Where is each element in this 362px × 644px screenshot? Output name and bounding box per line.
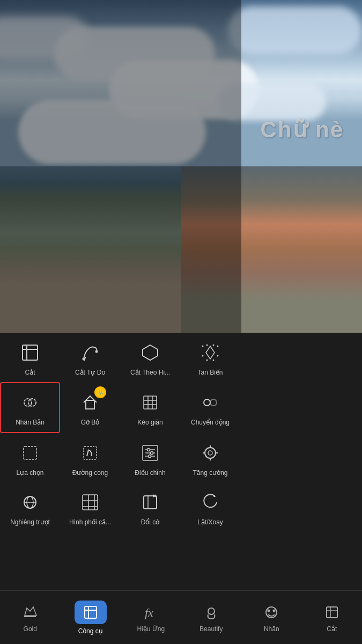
- svg-rect-50: [144, 496, 157, 509]
- svg-point-14: [213, 360, 215, 361]
- tool-item-nhan-ban[interactable]: Nhân Bản: [0, 382, 60, 433]
- svg-point-9: [202, 346, 204, 347]
- photo-container: Chữ nè: [0, 0, 362, 333]
- watermark-text: Chữ nè: [261, 116, 344, 143]
- tool-label-keo-gian: Kéo giãn: [137, 419, 162, 426]
- tool-item-cat-tu-do[interactable]: Cắt Tự Do: [60, 333, 120, 382]
- tool-label-duong-cong: Đường cong: [72, 469, 108, 477]
- svg-point-36: [205, 448, 216, 458]
- svg-point-34: [151, 451, 153, 454]
- tool-icon-dieu-chinh: [138, 441, 162, 465]
- svg-point-58: [208, 608, 215, 614]
- tool-icon-cat-tu-do: [78, 341, 102, 364]
- nav-icon-gold: [20, 603, 40, 622]
- svg-point-61: [273, 609, 276, 612]
- svg-point-60: [268, 609, 270, 612]
- tool-label-lua-chon: Lựa chọn: [16, 469, 43, 477]
- tool-grid: CắtCắt Tự DoCắt Theo Hi...Tan BiếnNhân B…: [0, 333, 241, 532]
- nav-item-cong-cu[interactable]: Công cụ: [61, 596, 121, 639]
- svg-point-33: [147, 448, 150, 451]
- tool-item-lua-chon[interactable]: Lựa chọn: [0, 433, 60, 482]
- svg-marker-6: [143, 345, 158, 360]
- tool-item-nghieng-truot[interactable]: Nghiêng trượt: [0, 482, 60, 532]
- nav-item-cat-nav[interactable]: Cắt: [302, 598, 363, 637]
- tool-item-doi-co[interactable]: Đổi cờ: [120, 482, 180, 532]
- tool-label-nghieng-truot: Nghiêng trượt: [10, 518, 50, 526]
- tool-item-keo-gian[interactable]: Kéo giãn: [120, 382, 180, 433]
- svg-point-25: [210, 399, 217, 406]
- tool-label-chuyen-dong: Chuyển động: [191, 419, 230, 426]
- tool-icon-tang-cuong: [198, 441, 222, 465]
- nav-icon-beautify: [202, 603, 221, 622]
- tool-icon-duong-cong: [78, 441, 102, 465]
- tool-label-tan-bien: Tan Biến: [197, 369, 223, 376]
- tool-label-lat-xoay: Lật/Xoay: [197, 518, 223, 526]
- nav-label-gold: Gold: [24, 625, 37, 633]
- tool-item-dieu-chinh[interactable]: Điều chỉnh: [120, 433, 180, 482]
- tool-label-hinh-phoi: Hình phối cả...: [69, 518, 111, 526]
- tool-label-tang-cuong: Tăng cường: [193, 469, 227, 477]
- nav-icon-cong-cu: [81, 603, 100, 622]
- svg-point-16: [202, 355, 204, 357]
- tool-label-cat-theo-hinh: Cắt Theo Hi...: [130, 369, 170, 376]
- svg-rect-19: [144, 396, 157, 409]
- tool-item-go-bo[interactable]: 👑Gỡ Bỏ: [60, 382, 120, 433]
- svg-text:fx: fx: [145, 606, 153, 619]
- tool-icon-doi-co: [138, 491, 162, 514]
- premium-badge: 👑: [94, 386, 106, 398]
- tool-label-nhan-ban: Nhân Bản: [16, 419, 45, 426]
- nav-icon-wrapper-gold: [20, 603, 40, 622]
- nav-icon-wrapper-hieu-ung: fx: [141, 603, 160, 622]
- svg-point-13: [217, 355, 219, 357]
- nav-item-hieu-ung[interactable]: fxHiệu Ứng: [121, 598, 181, 637]
- bottom-panel: CắtCắt Tự DoCắt Theo Hi...Tan BiếnNhân B…: [0, 333, 362, 644]
- tool-icon-nhan-ban: [18, 391, 42, 414]
- tool-icon-cat: [18, 341, 42, 364]
- nav-label-beautify: Beautify: [200, 625, 223, 633]
- tool-item-hinh-phoi[interactable]: Hình phối cả...: [60, 482, 120, 532]
- tool-item-tan-bien[interactable]: Tan Biến: [180, 333, 240, 382]
- nav-label-hieu-ung: Hiệu Ứng: [137, 625, 165, 633]
- svg-rect-54: [85, 606, 97, 618]
- tool-item-chuyen-dong[interactable]: Chuyển động: [180, 382, 240, 433]
- tool-icon-nghieng-truot: [18, 491, 42, 514]
- tool-item-lat-xoay[interactable]: Lật/Xoay: [180, 482, 240, 532]
- svg-point-24: [204, 399, 210, 406]
- tool-label-cat-tu-do: Cắt Tự Do: [75, 369, 105, 376]
- nav-label-cong-cu: Công cụ: [78, 627, 103, 635]
- tool-label-cat: Cắt: [25, 369, 35, 376]
- tool-item-duong-cong[interactable]: Đường cong: [60, 433, 120, 482]
- tool-item-cat-theo-hinh[interactable]: Cắt Theo Hi...: [120, 333, 180, 382]
- tool-icon-go-bo: 👑: [78, 391, 102, 414]
- nav-label-cat-nav: Cắt: [327, 625, 337, 633]
- svg-rect-26: [24, 447, 36, 459]
- tool-icon-chuyen-dong: [198, 391, 222, 414]
- tool-label-go-bo: Gỡ Bỏ: [81, 419, 100, 426]
- tool-item-cat[interactable]: Cắt: [0, 333, 60, 382]
- svg-point-12: [217, 346, 219, 347]
- svg-rect-45: [83, 495, 98, 510]
- tool-icon-lat-xoay: [198, 491, 222, 514]
- tool-item-tang-cuong[interactable]: Tăng cường: [180, 433, 240, 482]
- svg-point-4: [95, 350, 98, 353]
- svg-point-41: [208, 451, 212, 455]
- svg-rect-0: [23, 345, 38, 360]
- nav-icon-wrapper-cong-cu: [75, 601, 107, 624]
- svg-rect-27: [84, 447, 97, 459]
- nav-item-nhan[interactable]: Nhãn: [241, 598, 302, 637]
- tool-icon-cat-theo-hinh: [138, 341, 162, 364]
- tool-label-dieu-chinh: Điều chỉnh: [135, 469, 165, 477]
- nav-icon-wrapper-nhan: [262, 603, 281, 622]
- nav-item-beautify[interactable]: Beautify: [181, 598, 242, 637]
- svg-line-28: [87, 450, 88, 456]
- main-container: Chữ nè CắtCắt Tự DoCắt Theo Hi...Tan Biế…: [0, 0, 362, 644]
- tool-label-doi-co: Đổi cờ: [141, 518, 160, 526]
- svg-point-15: [206, 360, 208, 361]
- panel-overlay: [0, 0, 241, 333]
- bottom-nav: GoldCông cụfxHiệu ỨngBeautifyNhãnCắt: [0, 590, 362, 644]
- tool-icon-tan-bien: [198, 341, 222, 364]
- svg-point-35: [149, 455, 151, 457]
- svg-marker-7: [206, 346, 215, 359]
- nav-item-gold[interactable]: Gold: [0, 598, 61, 637]
- svg-rect-62: [327, 607, 337, 618]
